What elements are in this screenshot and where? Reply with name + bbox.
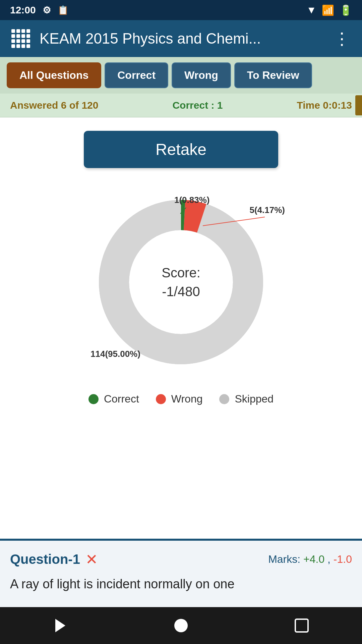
- retake-button[interactable]: Retake: [84, 131, 278, 168]
- scroll-indicator: [355, 95, 362, 115]
- tab-bar: All Questions Correct Wrong To Review: [0, 57, 362, 94]
- question-status-icon: ✕: [85, 551, 98, 568]
- nav-home-button[interactable]: [171, 615, 191, 636]
- chart-legend: Correct Wrong Skipped: [88, 393, 274, 405]
- stats-time: Time 0:0:13: [297, 100, 352, 111]
- home-icon: [174, 619, 188, 632]
- tab-to-review[interactable]: To Review: [234, 62, 312, 88]
- tab-wrong[interactable]: Wrong: [172, 62, 231, 88]
- legend-skipped-dot: [219, 394, 229, 404]
- recents-icon: [295, 619, 309, 633]
- tab-all-questions[interactable]: All Questions: [7, 62, 101, 88]
- battery-icon: 🔋: [340, 4, 352, 16]
- more-options-icon[interactable]: ⋮: [332, 29, 352, 48]
- chart-score-value: -1/480: [162, 282, 200, 301]
- chart-wrong-label: 5(4.17%): [250, 205, 285, 215]
- chart-score-label: Score:: [162, 263, 200, 282]
- legend-correct-label: Correct: [104, 393, 139, 405]
- back-icon: [55, 619, 65, 632]
- signal-icon: 📶: [322, 4, 334, 16]
- legend-correct: Correct: [88, 393, 139, 405]
- sim-icon: 📋: [58, 5, 68, 15]
- marks-sep: ,: [324, 553, 334, 565]
- marks-prefix: Marks:: [268, 553, 303, 565]
- settings-icon: ⚙: [43, 5, 51, 16]
- question-marks: Marks: +4.0 , -1.0: [268, 553, 352, 566]
- marks-positive: +4.0: [303, 553, 324, 565]
- legend-wrong: Wrong: [156, 393, 203, 405]
- chart-skipped-label: 114(95.00%): [90, 349, 140, 359]
- app-logo: [10, 28, 32, 49]
- question-number: Question-1: [10, 552, 80, 567]
- status-bar: 12:00 ⚙ 📋 ▼ 📶 🔋: [0, 0, 362, 20]
- score-chart: Score: -1/480 1(0.83%) 5(4.17%) 114(95.0…: [84, 185, 278, 379]
- legend-wrong-dot: [156, 394, 166, 404]
- stats-answered: Answered 6 of 120: [10, 100, 98, 111]
- chart-correct-label: 1(0.83%): [174, 195, 210, 205]
- status-time: 12:00: [10, 4, 36, 16]
- wifi-icon: ▼: [306, 4, 316, 16]
- app-title: KEAM 2015 Physics and Chemi...: [40, 30, 324, 47]
- question-card: Question-1 ✕ Marks: +4.0 , -1.0 A ray of…: [0, 539, 362, 607]
- nav-recents-button[interactable]: [292, 615, 312, 636]
- legend-wrong-label: Wrong: [171, 393, 203, 405]
- main-content: Retake Score: -1/480: [0, 117, 362, 539]
- tab-correct[interactable]: Correct: [105, 62, 168, 88]
- nav-back-button[interactable]: [50, 615, 70, 636]
- app-bar: KEAM 2015 Physics and Chemi... ⋮: [0, 20, 362, 57]
- legend-skipped: Skipped: [219, 393, 274, 405]
- legend-skipped-label: Skipped: [235, 393, 274, 405]
- stats-correct: Correct : 1: [172, 100, 223, 111]
- question-header: Question-1 ✕ Marks: +4.0 , -1.0: [10, 551, 352, 568]
- marks-negative: -1.0: [334, 553, 352, 565]
- question-text: A ray of light is incident normally on o…: [10, 575, 352, 594]
- bottom-nav: [0, 607, 362, 644]
- legend-correct-dot: [88, 394, 99, 404]
- stats-bar: Answered 6 of 120 Correct : 1 Time 0:0:1…: [0, 94, 362, 117]
- chart-score: Score: -1/480: [162, 263, 200, 301]
